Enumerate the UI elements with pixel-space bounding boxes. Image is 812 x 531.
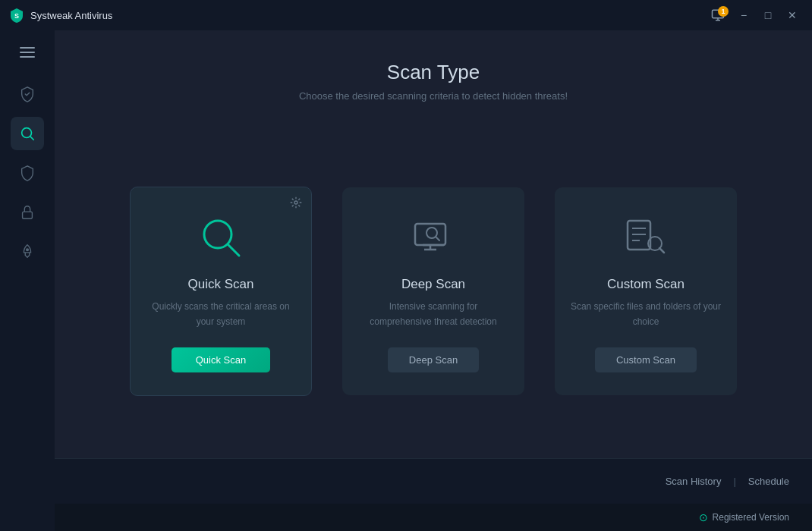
quick-scan-button[interactable]: Quick Scan (172, 347, 270, 372)
registered-label: Registered Version (713, 512, 789, 523)
menu-line (20, 56, 35, 58)
menu-line (20, 52, 35, 53)
svg-point-6 (204, 221, 231, 248)
custom-scan-title: Custom Scan (607, 277, 685, 292)
title-bar-controls: 1 − □ ✕ (706, 5, 803, 26)
registered-check-icon: ⊙ (699, 511, 708, 523)
notification-badge: 1 (718, 6, 729, 17)
maximize-button[interactable]: □ (757, 5, 779, 26)
app-title: Systweak Antivirus (30, 10, 112, 21)
quick-scan-desc: Quickly scans the critical areas on your… (146, 300, 296, 328)
custom-scan-icon (618, 210, 673, 265)
title-bar-left: S Systweak Antivirus (9, 8, 112, 23)
svg-line-13 (436, 237, 439, 240)
custom-scan-desc: Scan specific files and folders of your … (570, 300, 722, 328)
deep-scan-card[interactable]: Deep Scan Intensive scanning for compreh… (342, 187, 524, 394)
content-header: Scan Type Choose the desired scanning cr… (55, 30, 812, 124)
registered-status: ⊙ Registered Version (699, 511, 789, 523)
minimize-button[interactable]: − (733, 5, 754, 26)
deep-scan-icon (406, 210, 461, 265)
sidebar (0, 30, 55, 531)
svg-rect-3 (23, 212, 33, 218)
svg-rect-8 (415, 224, 445, 245)
footer: Scan History | Schedule (55, 458, 812, 504)
page-title: Scan Type (55, 61, 812, 84)
main-layout: Scan Type Choose the desired scanning cr… (0, 30, 812, 531)
shield-check-icon (19, 165, 36, 181)
lock-icon (19, 204, 36, 221)
page-subtitle: Choose the desired scanning criteria to … (55, 90, 812, 102)
footer-right: Scan History | Schedule (666, 476, 789, 487)
schedule-link[interactable]: Schedule (748, 476, 789, 487)
app-logo-icon: S (9, 8, 24, 23)
scan-history-link[interactable]: Scan History (666, 476, 722, 487)
custom-scan-button[interactable]: Custom Scan (595, 347, 697, 372)
deep-scan-desc: Intensive scanning for comprehensive thr… (357, 300, 509, 328)
sidebar-item-protection[interactable] (11, 77, 44, 111)
custom-scan-card[interactable]: Custom Scan Scan specific files and fold… (555, 187, 737, 394)
sidebar-item-privacy[interactable] (11, 196, 44, 229)
notification-button[interactable]: 1 (706, 5, 730, 26)
svg-line-19 (659, 248, 664, 253)
sidebar-item-security[interactable] (11, 156, 44, 190)
sidebar-menu-button[interactable] (11, 38, 44, 67)
rocket-icon (19, 244, 36, 260)
settings-icon[interactable] (290, 196, 302, 211)
close-button[interactable]: ✕ (782, 5, 803, 26)
shield-icon (19, 86, 36, 102)
search-icon (19, 125, 36, 142)
content-area: Scan Type Choose the desired scanning cr… (55, 30, 812, 531)
status-bar: ⊙ Registered Version (55, 504, 812, 531)
svg-text:S: S (14, 12, 19, 20)
footer-divider: | (733, 476, 735, 487)
menu-line (20, 47, 35, 49)
deep-scan-title: Deep Scan (401, 277, 465, 292)
svg-point-4 (27, 249, 29, 251)
title-bar: S Systweak Antivirus 1 − □ ✕ (0, 0, 812, 30)
deep-scan-button[interactable]: Deep Scan (388, 347, 479, 372)
sidebar-item-scan[interactable] (11, 117, 44, 150)
svg-line-7 (228, 245, 239, 256)
quick-scan-icon (194, 210, 248, 265)
svg-point-5 (294, 201, 297, 204)
scan-cards-container: Quick Scan Quickly scans the critical ar… (55, 124, 812, 458)
quick-scan-card[interactable]: Quick Scan Quickly scans the critical ar… (130, 187, 312, 395)
sidebar-item-boost[interactable] (11, 235, 44, 269)
quick-scan-title: Quick Scan (188, 277, 254, 292)
